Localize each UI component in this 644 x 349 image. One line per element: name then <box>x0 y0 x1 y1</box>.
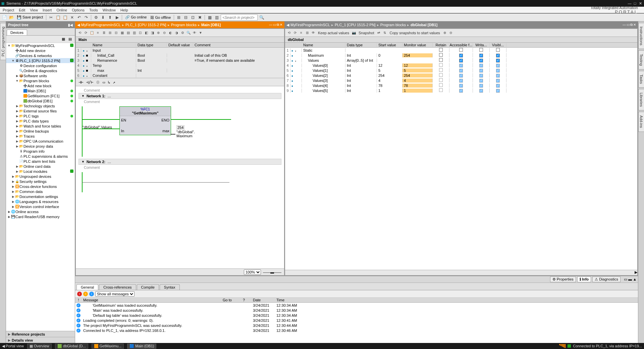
save-button[interactable]: 💾 Save project <box>15 15 44 19</box>
tab-general[interactable]: General <box>76 284 98 290</box>
portal-view-button[interactable]: ◀ Portal view <box>2 344 24 348</box>
search-input[interactable] <box>221 14 258 20</box>
close-icon[interactable]: ✕ <box>633 23 636 27</box>
ed-btn[interactable]: ≣ <box>101 30 107 36</box>
ed-btn[interactable]: ▤ <box>125 30 131 36</box>
branch-icon[interactable]: ↳ <box>108 80 110 85</box>
ed-btn[interactable]: 🔍 <box>186 30 191 36</box>
interface-row[interactable]: 6⬥ ▾Constant <box>76 73 284 78</box>
vtab-tasks[interactable]: Tasks <box>638 71 644 88</box>
ed-btn[interactable]: ⟲ <box>286 30 292 36</box>
tree-tb-icon[interactable] <box>14 37 19 42</box>
db-row[interactable]: 7⬥ Values[3]Int44 <box>285 78 637 83</box>
ed-btn[interactable]: ▼ <box>198 30 203 36</box>
ed-btn[interactable]: ⊞ <box>107 30 113 36</box>
ed-btn[interactable]: ▥ <box>131 30 137 36</box>
tree-item[interactable]: ▶📂Online card data <box>6 164 75 169</box>
message-row[interactable]: ✓'Default tag table' was loaded successf… <box>75 313 638 318</box>
ed-btn[interactable]: 👁 <box>311 30 316 36</box>
tree-tb-icon[interactable]: ▤ <box>68 37 73 42</box>
no-contact-icon[interactable]: ⊣/⊢ <box>86 80 93 85</box>
db-row[interactable]: 2⬥ MaximumInt0254 <box>285 53 637 58</box>
db-row[interactable]: 4⬥ Values[0]Int1212 <box>285 63 637 68</box>
menu-item[interactable]: View <box>30 8 38 12</box>
tree-item[interactable]: ▶📂Device proxy data <box>6 144 75 149</box>
tab-info[interactable]: ℹ Info <box>577 277 591 282</box>
copy-icon[interactable]: 📋 <box>55 14 61 20</box>
db-row[interactable]: 9⬥ Values[5]Int11 <box>285 88 637 93</box>
info-filter-icon[interactable]: i <box>89 292 94 296</box>
close-icon[interactable]: ✕ <box>280 23 282 27</box>
tree-item[interactable]: 📄PLC alarm text lists <box>6 159 75 164</box>
tree-item[interactable]: ▼📂Program blocks <box>6 78 75 83</box>
ed-btn[interactable]: ◐ <box>168 30 173 36</box>
tree-item[interactable]: ▶📂PLC tags <box>6 113 75 118</box>
ed-btn[interactable]: ▦ <box>119 30 125 36</box>
collapse-icon[interactable]: ▭ ▬ ▲ <box>624 277 637 282</box>
tree-item[interactable]: ▶📂Local modules <box>6 169 75 174</box>
tree-item[interactable]: ▶🔀Version control interface <box>6 204 75 209</box>
max-icon[interactable]: ▭ <box>627 23 630 27</box>
vtab-libraries[interactable]: Libraries <box>638 89 644 110</box>
ed-btn[interactable]: ≡ <box>299 30 304 36</box>
message-row[interactable]: ✓The project MyFirstProgrammInSCL was sa… <box>75 323 638 328</box>
tree-item[interactable]: ➕Add new block <box>6 83 75 88</box>
tree-item[interactable]: ▶📂PLC data types <box>6 118 75 123</box>
vtab-testing[interactable]: Testing <box>638 50 644 69</box>
open-project-icon[interactable]: 📂 <box>8 14 14 20</box>
ed-btn[interactable]: ⟳ <box>292 30 298 36</box>
ed-btn[interactable]: ⇅ <box>382 30 387 36</box>
task-overview[interactable]: ▦ Overview <box>27 344 52 349</box>
tree-item[interactable]: ▶📂Traces <box>6 134 75 139</box>
ed-btn[interactable]: ≡ <box>95 30 101 36</box>
warn-filter-icon[interactable]: ! <box>83 292 88 296</box>
tree-item[interactable]: ▶🌐Languages & resources <box>6 199 75 204</box>
db-row[interactable]: 3⬥ ▾ValuesArray[0..5] of Int <box>285 58 637 63</box>
project-tree[interactable]: ▼📁MyFirstProgrammInSCL➕Add new device🔗De… <box>6 43 75 331</box>
ed-btn[interactable]: ⟲ <box>77 30 83 36</box>
upload-icon[interactable]: ⬆ <box>107 14 113 20</box>
toolbar-icon[interactable]: ▦ <box>207 14 213 20</box>
tree-item[interactable]: 🔗Devices & networks <box>6 53 75 58</box>
message-row[interactable]: ✓'Main' was loaded successfully.3/24/202… <box>75 308 638 313</box>
menu-item[interactable]: Insert <box>43 8 52 12</box>
menu-item[interactable]: Online <box>56 8 67 12</box>
menu-item[interactable]: Edit <box>19 8 25 12</box>
ed-btn[interactable]: ◨ <box>150 30 155 36</box>
snapshot-button[interactable]: Snapshot <box>357 31 375 35</box>
tree-item[interactable]: ⚙Device configuration <box>6 63 75 68</box>
minimize-button[interactable]: — <box>627 1 632 6</box>
tree-item[interactable]: ⚠PLC supervisions & alarms <box>6 154 75 159</box>
maximize-button[interactable]: □ <box>633 1 637 6</box>
tree-item[interactable]: ▶📂Watch and force tables <box>6 123 75 129</box>
close-button[interactable]: ✕ <box>638 1 643 6</box>
tree-item[interactable]: 🟩dbGlobal [DB1] <box>6 98 75 103</box>
cut-icon[interactable]: ✂ <box>48 14 54 20</box>
tree-item[interactable]: ▶📦Software units <box>6 73 75 78</box>
tree-item[interactable]: ▶📂Technology objects <box>6 103 75 108</box>
message-filter-select[interactable]: Show all messages <box>95 291 135 297</box>
db-row[interactable]: 1⬥ ▾Static <box>285 48 637 53</box>
interface-row[interactable]: 4⬥ ▾Temp <box>76 63 284 68</box>
task-dbglobal[interactable]: 🟩 dbGlobal (D... <box>55 344 88 349</box>
details-view[interactable]: ▶Details view <box>6 337 75 343</box>
vtab-addins[interactable]: Add-ins <box>638 112 644 132</box>
interface-row[interactable]: 5⬥ ■maxInt <box>76 68 284 73</box>
ed-btn[interactable]: ◧ <box>144 30 149 36</box>
vtab-plc-programming[interactable]: PLC programming <box>0 23 6 60</box>
jump-icon[interactable]: ↗ <box>113 80 115 85</box>
ed-btn[interactable]: ⇄ <box>376 30 381 36</box>
zoom-slider[interactable]: ——▬—— <box>263 270 281 274</box>
redo-icon[interactable]: ↷ <box>83 14 89 20</box>
tab-crossref[interactable]: Cross-references <box>99 284 136 290</box>
db-row[interactable]: 5⬥ Values[1]Int55 <box>285 68 637 73</box>
tree-item[interactable]: ▶📂Ungrouped devices <box>6 174 75 179</box>
menu-item[interactable]: Project <box>3 8 14 12</box>
tree-item[interactable]: ▶📂Online backups <box>6 129 75 134</box>
ed-btn[interactable]: ⊡ <box>138 30 143 36</box>
compile-icon[interactable]: ⚙ <box>93 14 99 20</box>
interface-row[interactable]: 2⬥ ■Initial_CallBoolInitial call of this… <box>76 53 284 58</box>
ed-btn[interactable]: ⟳ <box>83 30 89 36</box>
tree-item[interactable]: ▶🌐Online access <box>6 209 75 214</box>
task-main[interactable]: 🟦 Main (OB1) <box>127 344 156 349</box>
